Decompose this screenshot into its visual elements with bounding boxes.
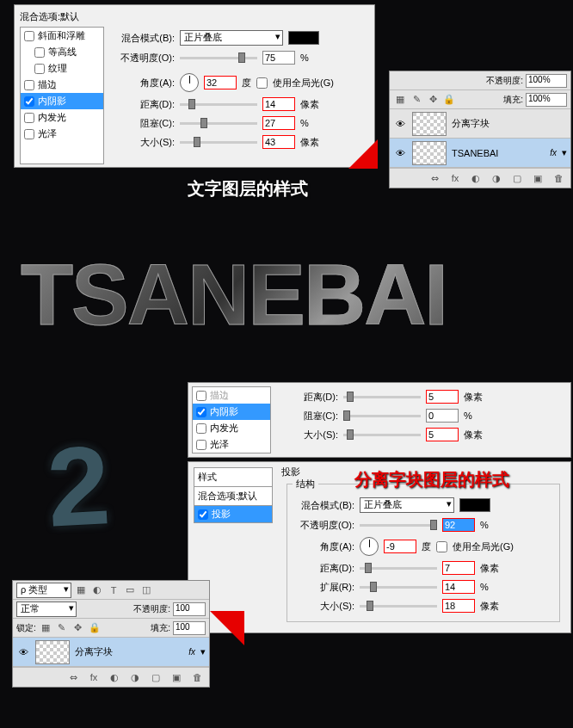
choke-slider[interactable]	[343, 415, 421, 417]
spread-input[interactable]	[442, 580, 475, 594]
new-layer-icon[interactable]: ▣	[531, 171, 545, 185]
blend-mode-label: 混合模式(B):	[113, 32, 175, 45]
style-stroke[interactable]: 描边	[193, 387, 270, 404]
layer-thumbnail[interactable]	[412, 112, 447, 136]
lock-pixels-icon[interactable]: ▦	[39, 621, 52, 635]
chevron-down-icon[interactable]: ▾	[562, 147, 567, 158]
distance-input[interactable]	[442, 561, 475, 575]
filter-pixel-icon[interactable]: ▦	[74, 583, 88, 597]
blend-mode-select[interactable]: 正常	[16, 602, 77, 617]
layer-opacity-input[interactable]: 100%	[526, 74, 567, 88]
mask-icon[interactable]: ◐	[108, 670, 121, 684]
layer-row[interactable]: 👁 分离字块	[390, 109, 570, 139]
size-input[interactable]	[262, 135, 295, 149]
lock-move-icon[interactable]: ✥	[426, 93, 440, 107]
link-icon[interactable]: ⇔	[66, 670, 80, 684]
angle-input[interactable]	[384, 540, 416, 553]
lock-pixels-icon[interactable]: ▦	[393, 93, 407, 107]
kind-select[interactable]: ρ 类型	[16, 583, 71, 598]
trash-icon[interactable]: 🗑	[190, 670, 204, 684]
style-bevel[interactable]: 斜面和浮雕	[21, 28, 103, 44]
layer-name[interactable]: 分离字块	[75, 645, 183, 658]
filter-shape-icon[interactable]: ▭	[123, 583, 137, 597]
size-input[interactable]	[442, 599, 475, 613]
lock-all-icon[interactable]: 🔒	[442, 93, 456, 107]
layer-fill-input[interactable]: 100	[173, 621, 206, 635]
opacity-slider[interactable]	[360, 524, 437, 527]
adjustment-icon[interactable]: ◑	[490, 171, 503, 185]
filter-smart-icon[interactable]: ◫	[139, 583, 153, 597]
opacity-input[interactable]	[442, 518, 475, 532]
lock-brush-icon[interactable]: ✎	[55, 621, 69, 635]
adjustment-icon[interactable]: ◑	[128, 670, 142, 684]
new-layer-icon[interactable]: ▣	[169, 670, 183, 684]
size-slider[interactable]	[343, 434, 421, 436]
fx-badge[interactable]: fx	[550, 148, 557, 157]
visibility-eye-icon[interactable]: 👁	[393, 148, 407, 158]
lock-brush-icon[interactable]: ✎	[410, 93, 423, 107]
angle-label: 角度(A):	[113, 77, 175, 89]
mask-icon[interactable]: ◐	[469, 171, 483, 185]
opacity-slider[interactable]	[180, 57, 257, 59]
layers-panel-2: ρ 类型 ▦ ◐ T ▭ ◫ 正常 不透明度: 100 锁定: ▦ ✎ ✥ 🔒 …	[12, 580, 210, 688]
chevron-down-icon[interactable]: ▾	[200, 646, 206, 657]
visibility-eye-icon[interactable]: 👁	[16, 647, 30, 657]
choke-slider[interactable]	[180, 122, 257, 125]
angle-input[interactable]	[204, 76, 237, 89]
distance-slider[interactable]	[360, 567, 437, 570]
style-inner-shadow[interactable]: 内阴影	[21, 93, 103, 109]
blend-mode-select[interactable]: 正片叠底	[180, 30, 283, 46]
opacity-input[interactable]	[262, 51, 295, 65]
layer-row[interactable]: 👁 TSANEBAI fx ▾	[390, 139, 570, 168]
style-satin[interactable]: 光泽	[193, 436, 270, 453]
distance-input[interactable]	[426, 390, 459, 404]
filter-adjust-icon[interactable]: ◐	[90, 583, 104, 597]
global-light-check[interactable]	[436, 541, 447, 552]
spread-unit: %	[480, 582, 489, 592]
style-satin[interactable]: 光泽	[21, 126, 103, 142]
global-light-check[interactable]	[256, 77, 268, 89]
lock-move-icon[interactable]: ✥	[71, 621, 85, 635]
trash-icon[interactable]: 🗑	[551, 171, 565, 185]
style-inner-glow[interactable]: 内发光	[21, 109, 103, 126]
distance-slider[interactable]	[180, 103, 257, 106]
lock-all-icon[interactable]: 🔒	[88, 621, 102, 635]
choke-input[interactable]	[426, 409, 459, 423]
blend-options[interactable]: 混合选项:默认	[194, 486, 273, 505]
style-stroke[interactable]: 描边	[21, 77, 103, 93]
distance-input[interactable]	[262, 97, 295, 111]
folder-icon[interactable]: ▢	[510, 171, 524, 185]
angle-dial[interactable]	[180, 73, 199, 92]
distance-slider[interactable]	[343, 396, 421, 398]
folder-icon[interactable]: ▢	[149, 670, 163, 684]
struct-legend: 结构	[293, 478, 318, 490]
size-slider[interactable]	[360, 605, 437, 608]
style-inner-shadow[interactable]: 内阴影	[193, 404, 270, 420]
layer-name[interactable]: 分离字块	[452, 117, 567, 130]
fx-icon[interactable]: fx	[448, 171, 462, 185]
layer-row[interactable]: 👁 分离字块 fx ▾	[13, 638, 209, 667]
style-texture[interactable]: 纹理	[21, 60, 103, 77]
spread-slider[interactable]	[360, 586, 437, 589]
layer-thumbnail[interactable]	[412, 141, 447, 165]
layer-name[interactable]: TSANEBAI	[452, 148, 545, 158]
layer-opacity-input[interactable]: 100	[173, 602, 206, 616]
filter-text-icon[interactable]: T	[107, 583, 120, 597]
fx-badge[interactable]: fx	[188, 647, 195, 657]
size-input[interactable]	[426, 428, 459, 441]
distance-unit: 像素	[300, 98, 319, 111]
style-inner-glow[interactable]: 内发光	[193, 420, 270, 436]
color-swatch[interactable]	[288, 31, 319, 45]
visibility-eye-icon[interactable]: 👁	[393, 119, 407, 129]
link-icon[interactable]: ⇔	[428, 171, 441, 185]
style-contour[interactable]: 等高线	[21, 44, 103, 60]
size-slider[interactable]	[180, 141, 257, 144]
blend-mode-select[interactable]: 正片叠底	[360, 497, 454, 513]
choke-input[interactable]	[262, 116, 295, 130]
fx-icon[interactable]: fx	[87, 670, 101, 684]
color-swatch[interactable]	[459, 498, 490, 512]
layer-thumbnail[interactable]	[35, 640, 70, 664]
layer-fill-input[interactable]: 100%	[526, 93, 567, 107]
style-drop-shadow[interactable]: 投影	[194, 505, 273, 523]
angle-dial[interactable]	[360, 537, 379, 556]
